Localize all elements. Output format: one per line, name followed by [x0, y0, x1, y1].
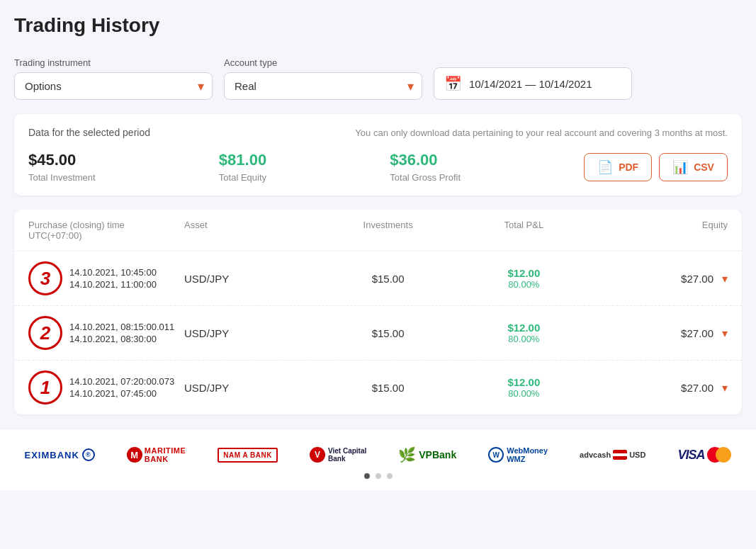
equity-cell-2: $27.00 ▾ — [592, 327, 728, 340]
time-secondary-1: 14.10.2021, 07:45:00 — [69, 388, 174, 399]
equity-cell-3: $27.00 ▾ — [592, 272, 728, 285]
logo-maritime: M MARITIMEBANK — [127, 446, 186, 463]
vietcap-text: Viet CapitalBank — [328, 447, 366, 463]
instrument-filter-group: Trading instrument Options Forex Crypto … — [14, 57, 213, 100]
col-asset: Asset — [184, 220, 320, 241]
mc-orange-circle — [716, 447, 731, 463]
pdf-label: PDF — [619, 162, 638, 173]
maritime-m-icon: M — [127, 447, 142, 463]
date-picker[interactable]: 📅 10/14/2021 — 10/14/2021 — [434, 67, 632, 100]
pagination-dot-2[interactable] — [376, 473, 381, 479]
eximbank-text: EXIMBANK — [25, 450, 79, 460]
pnl-percent-2: 80.00% — [508, 334, 539, 344]
time-cell-1: 1 14.10.2021, 07:20:00.073 14.10.2021, 0… — [28, 370, 184, 404]
advcash-flag-icon — [613, 450, 627, 460]
col-time: Purchase (closing) time UTC(+07:00) — [28, 220, 184, 241]
pnl-value-1: $12.00 — [507, 376, 540, 388]
logo-eximbank: EXIMBANK ® — [25, 448, 95, 461]
table-row: 1 14.10.2021, 07:20:00.073 14.10.2021, 0… — [14, 361, 742, 414]
badge-2: 2 — [28, 316, 62, 350]
total-equity-label: Total Equity — [219, 172, 266, 183]
filters-row: Trading instrument Options Forex Crypto … — [14, 52, 742, 100]
data-period-note: You can only download data pertaining to… — [355, 128, 728, 138]
webmoney-text: WebMoneyWMZ — [507, 446, 548, 463]
equity-value-2: $27.00 — [681, 327, 713, 339]
pnl-cell-2: $12.00 80.00% — [456, 322, 592, 344]
maritime-text: MARITIMEBANK — [145, 446, 186, 463]
account-type-select[interactable]: Real Demo — [224, 72, 422, 100]
pdf-export-button[interactable]: 📄 PDF — [584, 153, 652, 181]
col-equity: Equity — [592, 220, 728, 241]
export-buttons: 📄 PDF 📊 CSV — [584, 153, 728, 181]
data-period-section: Data for the selected period You can onl… — [14, 114, 742, 196]
account-type-select-wrapper[interactable]: Real Demo ▾ — [224, 72, 422, 100]
data-period-header: Data for the selected period You can onl… — [28, 127, 728, 138]
advcash-usd-text: USD — [629, 451, 645, 459]
badge-1: 1 — [28, 370, 62, 404]
row-expand-icon-2[interactable]: ▾ — [722, 327, 728, 340]
vietcap-icon: V — [310, 447, 325, 463]
logo-visamc: VISA — [677, 447, 731, 463]
logo-vietcap: V Viet CapitalBank — [310, 447, 366, 463]
total-investment-value: $45.00 — [28, 151, 96, 169]
row-expand-icon-3[interactable]: ▾ — [722, 272, 728, 285]
instrument-select[interactable]: Options Forex Crypto — [14, 72, 213, 100]
visa-text: VISA — [677, 448, 704, 463]
pnl-value-2: $12.00 — [507, 322, 540, 334]
table-row: 2 14.10.2021, 08:15:00.011 14.10.2021, 0… — [14, 306, 742, 361]
logo-vpbank: 🌿 VPBank — [398, 446, 456, 463]
instrument-label: Trading instrument — [14, 57, 213, 68]
col-investments: Investments — [320, 220, 456, 241]
stats-row: $45.00 Total Investment $81.00 Total Equ… — [28, 151, 728, 183]
investments-cell-1: $15.00 — [320, 382, 456, 394]
col-pnl: Total P&L — [456, 220, 592, 241]
investments-cell-2: $15.00 — [320, 327, 456, 339]
pnl-percent-3: 80.00% — [508, 279, 539, 290]
pnl-percent-1: 80.00% — [508, 388, 539, 399]
pagination-dot-3[interactable] — [387, 473, 393, 479]
date-range-text: 10/14/2021 — 10/14/2021 — [469, 78, 592, 90]
pnl-value-3: $12.00 — [507, 267, 540, 279]
vpbank-leaf-icon: 🌿 — [398, 446, 416, 463]
time-main-2: 14.10.2021, 08:15:00.011 — [69, 322, 174, 332]
advcash-text: advcash — [580, 451, 611, 459]
badge-3: 3 — [28, 261, 62, 295]
row-expand-icon-1[interactable]: ▾ — [722, 381, 728, 395]
total-profit-stat: $36.00 Total Gross Profit — [390, 151, 461, 183]
csv-icon: 📊 — [672, 159, 688, 175]
time-secondary-2: 14.10.2021, 08:30:00 — [69, 334, 174, 344]
logo-webmoney: W WebMoneyWMZ — [488, 446, 548, 463]
logo-advcash: advcash USD — [580, 450, 645, 460]
instrument-select-wrapper[interactable]: Options Forex Crypto ▾ — [14, 72, 213, 100]
total-investment-label: Total Investment — [28, 172, 96, 183]
pnl-cell-3: $12.00 80.00% — [456, 267, 592, 290]
account-type-filter-group: Account type Real Demo ▾ — [224, 57, 422, 100]
date-range-label — [434, 52, 632, 63]
webmoney-circle-icon: W — [488, 447, 504, 463]
time-main-3: 14.10.2021, 10:45:00 — [69, 267, 157, 278]
pagination-dots — [14, 473, 742, 479]
total-investment-stat: $45.00 Total Investment — [28, 151, 96, 183]
payment-logos-section: EXIMBANK ® M MARITIMEBANK NAM A BANK V V… — [0, 429, 756, 490]
trading-table: Purchase (closing) time UTC(+07:00) Asse… — [14, 210, 742, 414]
pdf-icon: 📄 — [597, 159, 613, 175]
date-range-filter-group: 📅 10/14/2021 — 10/14/2021 — [434, 52, 632, 100]
logo-nama: NAM A BANK — [218, 448, 278, 463]
pnl-cell-1: $12.00 80.00% — [456, 376, 592, 399]
time-texts-3: 14.10.2021, 10:45:00 14.10.2021, 11:00:0… — [69, 267, 157, 290]
total-profit-label: Total Gross Profit — [390, 172, 461, 183]
mastercard-icon — [707, 447, 731, 463]
total-equity-stat: $81.00 Total Equity — [219, 151, 266, 183]
investments-cell-3: $15.00 — [320, 273, 456, 285]
account-type-label: Account type — [224, 57, 422, 68]
total-equity-value: $81.00 — [219, 151, 266, 169]
equity-cell-1: $27.00 ▾ — [592, 381, 728, 395]
csv-export-button[interactable]: 📊 CSV — [659, 153, 728, 181]
csv-label: CSV — [694, 162, 714, 173]
payment-logos-row: EXIMBANK ® M MARITIMEBANK NAM A BANK V V… — [14, 446, 742, 463]
asset-cell-2: USD/JPY — [184, 327, 320, 339]
data-period-label: Data for the selected period — [28, 127, 150, 138]
asset-cell-1: USD/JPY — [184, 382, 320, 394]
pagination-dot-1[interactable] — [364, 473, 370, 479]
vpbank-text: VPBank — [419, 449, 456, 460]
